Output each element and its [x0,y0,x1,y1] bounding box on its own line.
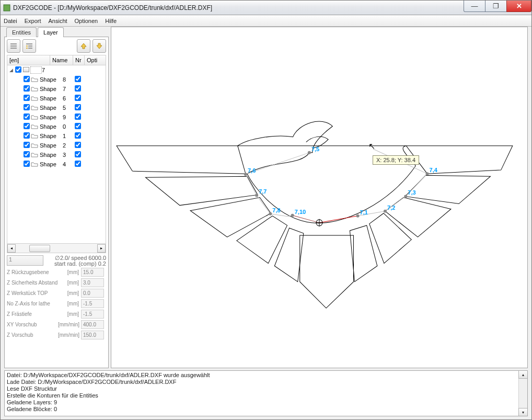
root-checkbox[interactable] [15,66,21,73]
tab-layer[interactable]: Layer [38,27,64,37]
path-node: 7,8 [269,207,280,215]
tree-col-nr[interactable]: Nr [73,55,85,65]
row-checkbox[interactable] [24,161,30,167]
opti-checkbox[interactable] [75,95,81,101]
tree-root-row[interactable]: ◢7 [7,65,106,75]
svg-point-23 [404,195,407,198]
param-unit: [mm] [58,311,81,317]
tool-combo[interactable]: 1 [7,255,43,266]
move-down-button[interactable] [92,39,106,53]
opti-checkbox[interactable] [75,161,81,167]
row-checkbox[interactable] [24,104,30,110]
row-checkbox[interactable] [24,95,30,101]
scroll-left-icon[interactable]: ◂ [7,244,16,253]
svg-marker-5 [274,228,303,282]
svg-text:7,3: 7,3 [408,189,415,196]
param-label: Z Werkstück TOP [7,290,58,296]
opti-checkbox[interactable] [75,123,81,129]
scroll-up-icon[interactable]: ▴ [518,370,528,379]
path-node: 7,7 [255,188,267,197]
svg-point-21 [255,194,258,197]
canvas[interactable]: 7,57,67,47,77,37,87,107,27,1 ↖ X: 25.8; … [111,27,528,368]
tree-row[interactable]: Shape0 [7,122,106,131]
layer-toolbar [7,39,106,53]
param-label: Z Rückzugsebene [7,269,58,275]
folder-icon [30,142,39,149]
svg-point-15 [308,151,311,154]
path-node: 7,5 [308,146,319,154]
maximize-button[interactable]: ❐ [485,1,507,12]
param-unit: [mm/min] [58,332,81,338]
menu-datei[interactable]: Datei [4,18,17,24]
path-node: 7,4 [426,167,438,175]
opti-checkbox[interactable] [75,142,81,148]
param-input[interactable] [81,268,104,277]
opti-checkbox[interactable] [75,151,81,157]
param-input[interactable] [81,310,104,319]
row-checkbox[interactable] [24,76,30,82]
folder-icon [30,152,39,158]
collapse-all-button[interactable] [7,39,20,53]
menu-optionen[interactable]: Optionen [75,18,98,24]
svg-marker-8 [385,198,451,237]
scroll-thumb[interactable] [29,245,50,252]
row-checkbox[interactable] [24,132,30,139]
scroll-down-icon[interactable]: ▾ [518,408,528,416]
row-checkbox[interactable] [24,123,30,129]
param-input[interactable] [81,331,104,339]
svg-text:7,1: 7,1 [360,209,368,215]
path-node: 7,3 [404,189,415,198]
param-input[interactable] [81,289,104,298]
path-node: 7,10 [291,209,306,217]
param-label: Z Frästiefe [7,311,58,317]
tree-header: [en] Name Nr Opti [7,55,106,65]
param-label: No Z-Axis for lathe [7,301,58,307]
svg-marker-3 [190,198,271,237]
row-checkbox[interactable] [24,85,30,92]
row-checkbox[interactable] [24,113,30,120]
param-row: Z Sicherheits Abstand[mm] [7,277,106,288]
tree-row[interactable]: Shape9 [7,112,106,122]
tree-col-opti[interactable]: Opti [85,55,106,65]
svg-text:7,6: 7,6 [248,167,256,174]
app-icon [3,4,11,12]
tree-row[interactable]: Shape2 [7,141,106,150]
svg-point-17 [244,173,247,176]
opti-checkbox[interactable] [75,76,81,82]
tree-row[interactable]: Shape5 [7,103,106,112]
move-up-button[interactable] [77,39,90,53]
tree-row[interactable]: Shape1 [7,131,106,141]
menu-ansicht[interactable]: Ansicht [48,18,67,24]
param-input[interactable] [81,278,104,287]
expand-all-button[interactable] [22,39,36,53]
tree-hscroll[interactable]: ◂ ▸ [7,244,106,253]
scroll-right-icon[interactable]: ▸ [97,244,106,253]
log-scrollbar[interactable]: ▴ ▾ [518,371,527,416]
param-input[interactable] [81,320,104,329]
tree-col-name[interactable]: Name [50,55,73,65]
tree-row[interactable]: Shape7 [7,84,106,94]
tree-row[interactable]: Shape4 [7,160,106,169]
opti-checkbox[interactable] [75,104,81,110]
tab-entities[interactable]: Entities [6,27,37,37]
param-row: Z Rückzugsebene[mm] [7,267,106,277]
opti-checkbox[interactable] [75,85,81,92]
param-row: Z Vorschub[mm/min] [7,330,106,340]
param-unit: [mm] [58,301,81,307]
tree-row[interactable]: Shape6 [7,94,106,103]
tree-col-en[interactable]: [en] [7,55,50,65]
params-panel: 1 ∅2.0/ speed 6000.0 start rad. (comp) 0… [7,255,106,340]
menu-hilfe[interactable]: Hilfe [105,18,117,24]
tree-row[interactable]: Shape3 [7,150,106,160]
row-checkbox[interactable] [24,151,30,157]
close-button[interactable]: ✕ [506,1,531,12]
log-line: Lese DXF Strucktur [7,385,525,392]
opti-checkbox[interactable] [75,113,81,120]
folder-icon [30,123,39,130]
menu-export[interactable]: Export [25,18,41,24]
opti-checkbox[interactable] [75,132,81,139]
param-input[interactable] [81,299,104,308]
row-checkbox[interactable] [24,142,30,148]
minimize-button[interactable]: — [464,1,485,12]
tree-row[interactable]: Shape8 [7,75,106,84]
